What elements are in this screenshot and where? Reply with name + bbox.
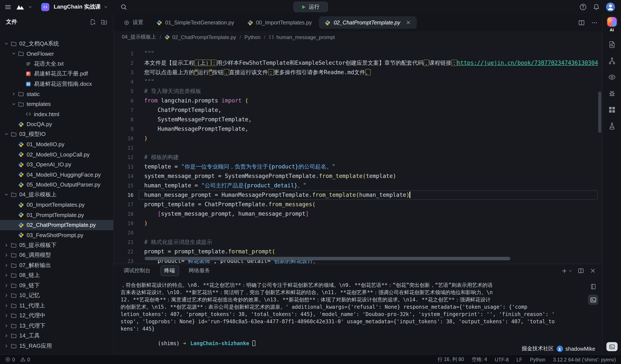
- new-folder-icon[interactable]: [101, 19, 107, 25]
- panel-tab[interactable]: 网络服务: [185, 265, 214, 276]
- eye-icon[interactable]: [608, 73, 616, 81]
- app-logo-icon[interactable]: [16, 4, 25, 10]
- code-line[interactable]: 1""": [114, 49, 602, 58]
- tree-item[interactable]: 03_模型IO: [0, 129, 113, 139]
- editor-tab[interactable]: 02_ChatPromptTemplate.py: [319, 16, 416, 29]
- status-item[interactable]: 空格: 4: [472, 356, 487, 363]
- tree-item[interactable]: 09_链下: [0, 280, 113, 290]
- vertical-scrollbar[interactable]: [598, 92, 601, 132]
- terminal[interactable]: ，符合创新鲜花设计的特点。\n8. **花之创艺坊**：明确了公司专注于鲜花创新…: [114, 277, 602, 355]
- chevron-down-icon[interactable]: [28, 5, 32, 9]
- warning-indicator[interactable]: 0: [20, 357, 30, 362]
- tree-item[interactable]: 05_提示模板下: [0, 240, 113, 250]
- tree-item[interactable]: 02_文档QA系统: [0, 39, 113, 49]
- tree-item[interactable]: 03_FewShotPrompt.py: [0, 230, 113, 240]
- code-line[interactable]: 13template = "你是一位专业顾问，负责为专注于{product}的公…: [114, 162, 602, 172]
- help-icon[interactable]: [579, 3, 587, 11]
- breadcrumb-item[interactable]: 04_提示模板上: [122, 33, 156, 41]
- tree-item[interactable]: 10_记忆: [0, 290, 113, 301]
- tree-item[interactable]: 02_ChatPromptTemplate.py: [0, 220, 113, 230]
- tree-item[interactable]: 00_ImportTemplates.py: [0, 200, 113, 210]
- code-line[interactable]: 3您可以点击最上方的“运行”按钮，直接运行该文件；更多操作指引请参考Readme…: [114, 68, 602, 77]
- tree-item[interactable]: 花语大全.txt: [0, 59, 113, 69]
- tree-item[interactable]: 11_代理上: [0, 301, 113, 311]
- tree-item[interactable]: 01_ModelIO.py: [0, 139, 113, 149]
- code-line[interactable]: 4""": [114, 77, 602, 87]
- menu-icon[interactable]: [4, 3, 12, 11]
- breadcrumb-item[interactable]: human_message_prompt: [269, 34, 335, 40]
- avatar[interactable]: [606, 2, 615, 11]
- more-actions-icon[interactable]: [591, 19, 598, 26]
- code-line[interactable]: 8 SystemMessagePromptTemplate,: [114, 115, 602, 124]
- tree-item[interactable]: DocQA.py: [0, 119, 113, 129]
- code-line[interactable]: 12# 模板的构建: [114, 153, 602, 162]
- code-line[interactable]: 10): [114, 134, 602, 143]
- code-line[interactable]: 2本文件是【提示工程（上）：用少样本FewShotTemplate和Exampl…: [114, 58, 602, 68]
- tree-item[interactable]: 07_解析输出: [0, 260, 113, 270]
- status-item[interactable]: 3.12.2 64-bit ('shims': pyenv): [553, 357, 616, 362]
- search-icon[interactable]: [120, 3, 127, 11]
- split-editor-icon[interactable]: [578, 19, 585, 26]
- workspace-icon[interactable]: [41, 3, 49, 11]
- tree-item[interactable]: 04_ModelIO_HuggingFace.py: [0, 170, 113, 180]
- tree-item[interactable]: 15_RAG应用: [0, 341, 113, 351]
- tree-item[interactable]: 08_链上: [0, 270, 113, 280]
- grid-icon[interactable]: [608, 106, 616, 114]
- code-line[interactable]: 21# 格式化提示消息生成提示: [114, 237, 602, 247]
- status-item[interactable]: LF: [517, 357, 522, 362]
- tree-item[interactable]: static: [0, 89, 113, 99]
- terminal-list-icon[interactable]: [588, 295, 598, 305]
- tree-item[interactable]: 03_OpenAI_IO.py: [0, 159, 113, 170]
- code-line[interactable]: 5# 导入聊天消息类模板: [114, 87, 602, 96]
- status-item[interactable]: Python: [530, 357, 545, 362]
- run-button[interactable]: 运行: [293, 2, 328, 12]
- tree-item[interactable]: 06_调用模型: [0, 250, 113, 260]
- code-line[interactable]: 20: [114, 228, 602, 237]
- panel-tab[interactable]: 调试控制台: [120, 265, 154, 276]
- code-line[interactable]: 22prompt = prompt_template.format_prompt…: [114, 247, 602, 256]
- flask-icon[interactable]: [608, 122, 616, 130]
- editor-tab[interactable]: 01_SimpleTextGeneration.py: [151, 16, 240, 29]
- tree-item[interactable]: 05_ModelIO_OutputParser.py: [0, 180, 113, 190]
- workspace-name[interactable]: LangChain 实战课: [54, 3, 101, 11]
- close-panel-icon[interactable]: [590, 268, 596, 274]
- git-fork-icon[interactable]: [608, 57, 616, 65]
- tree-item[interactable]: templates: [0, 99, 113, 109]
- code-line[interactable]: 19): [114, 219, 602, 228]
- code-line[interactable]: 11: [114, 143, 602, 153]
- chevron-down-icon[interactable]: [104, 5, 108, 9]
- code-line[interactable]: 16human_message_prompt = HumanMessagePro…: [114, 190, 602, 200]
- bug-icon[interactable]: [608, 90, 616, 97]
- tree-item[interactable]: 12_代理中: [0, 311, 113, 321]
- breadcrumb-item[interactable]: Python: [244, 34, 260, 40]
- tree-item[interactable]: 02_ModelIO_LoopCall.py: [0, 149, 113, 159]
- error-indicator[interactable]: 0: [5, 357, 15, 362]
- terminal-launcher-icon[interactable]: [606, 342, 617, 351]
- editor-tab[interactable]: 00_ImportTemplates.py: [242, 16, 317, 29]
- breadcrumb-item[interactable]: 02_ChatPromptTemplate.py: [165, 34, 236, 40]
- tree-item[interactable]: 易速鲜花员工手册.pdf: [0, 69, 113, 79]
- code-line[interactable]: 18 [system_message_prompt, human_message…: [114, 209, 602, 219]
- editor-tab[interactable]: 设置: [118, 16, 149, 29]
- tree-item[interactable]: index.html: [0, 109, 113, 119]
- status-item[interactable]: UTF-8: [495, 357, 509, 362]
- ai-assistant-button[interactable]: AI: [607, 17, 617, 32]
- tree-item[interactable]: 01_PromptTemplate.py: [0, 210, 113, 220]
- tree-item[interactable]: 14_工具: [0, 331, 113, 341]
- code-area[interactable]: 1"""2本文件是【提示工程（上）：用少样本FewShotTemplate和Ex…: [114, 43, 602, 264]
- tree-item[interactable]: 13_代理下: [0, 321, 113, 331]
- code-line[interactable]: 9 HumanMessagePromptTemplate,: [114, 124, 602, 134]
- tree-item[interactable]: 易速鲜花运营指南.docx: [0, 79, 113, 89]
- code-line[interactable]: 17prompt_template = ChatPromptTemplate.f…: [114, 200, 602, 209]
- terminal-prompt[interactable]: (shims)➜LangChain-shizhanke: [121, 333, 585, 355]
- code-line[interactable]: 15human_template = "公司主打产品是{product_deta…: [114, 181, 602, 190]
- file-search-icon[interactable]: [608, 41, 616, 48]
- output-notebook-icon[interactable]: [588, 281, 598, 292]
- tree-item[interactable]: OneFlower: [0, 49, 113, 59]
- split-panel-icon[interactable]: [578, 268, 584, 274]
- code-line[interactable]: 6from langchain.prompts import (: [114, 96, 602, 106]
- code-line[interactable]: 7 ChatPromptTemplate,: [114, 106, 602, 115]
- bell-icon[interactable]: [593, 3, 600, 11]
- panel-tab[interactable]: 终端: [160, 265, 179, 276]
- close-icon[interactable]: [405, 20, 411, 25]
